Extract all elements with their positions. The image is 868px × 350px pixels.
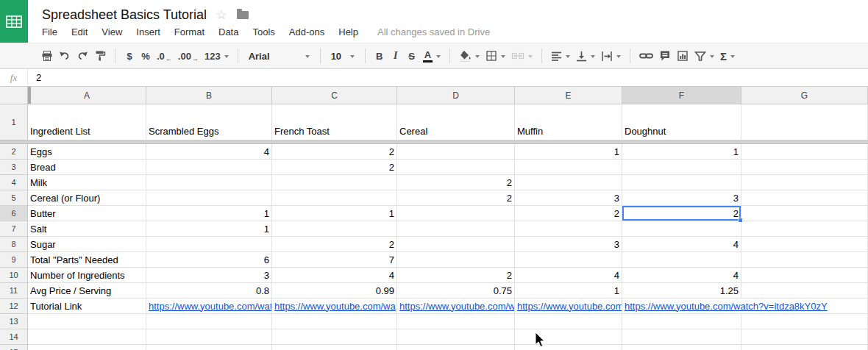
more-formats-button[interactable]: 123: [202, 47, 232, 65]
cell-A14[interactable]: [28, 329, 146, 345]
cell-G2[interactable]: [741, 144, 868, 160]
cell-D13[interactable]: [397, 314, 515, 329]
cell-F15[interactable]: [622, 345, 741, 350]
cell-B6[interactable]: 1: [146, 206, 272, 221]
insert-comment-button[interactable]: [656, 47, 674, 65]
cell-C2[interactable]: 2: [272, 144, 397, 160]
cell-D12[interactable]: https://www.youtube.com/w: [397, 299, 515, 314]
column-header-D[interactable]: D: [397, 87, 515, 104]
cell-E6[interactable]: 2: [515, 206, 622, 221]
cell-B3[interactable]: [146, 160, 272, 175]
column-header-E[interactable]: E: [515, 87, 622, 104]
vertical-align-button[interactable]: [573, 47, 598, 65]
italic-button[interactable]: I: [388, 47, 404, 65]
menu-view[interactable]: View: [102, 26, 122, 38]
paint-format-button[interactable]: [91, 47, 109, 65]
insert-link-button[interactable]: [636, 47, 656, 65]
cell-A4[interactable]: Milk: [28, 175, 146, 190]
borders-button[interactable]: [483, 47, 508, 65]
cell-A7[interactable]: Salt: [28, 221, 146, 237]
cell-E5[interactable]: 3: [515, 190, 622, 206]
cell-D4[interactable]: 2: [397, 175, 515, 190]
undo-button[interactable]: [56, 47, 74, 65]
cell-A8[interactable]: Sugar: [28, 237, 146, 252]
cell-D14[interactable]: [397, 329, 515, 345]
cell-D5[interactable]: 2: [397, 190, 515, 206]
cell-D10[interactable]: 2: [397, 268, 515, 283]
menu-edit[interactable]: Edit: [71, 26, 88, 38]
cell-D9[interactable]: [397, 252, 515, 268]
row-header-13[interactable]: 13: [0, 314, 28, 329]
row-header-1[interactable]: 1: [0, 104, 28, 140]
doc-title[interactable]: Spreadsheet Basics Tutorial: [42, 7, 207, 23]
horizontal-align-button[interactable]: [548, 47, 573, 65]
row-header-9[interactable]: 9: [0, 252, 28, 268]
font-family-button[interactable]: Arial: [244, 47, 314, 65]
format-currency-button[interactable]: $: [121, 47, 138, 65]
cell-A3[interactable]: Bread: [28, 160, 146, 175]
row-header-6[interactable]: 6: [0, 206, 28, 221]
cell-F12[interactable]: https://www.youtube.com/watch?v=itdza8kY…: [622, 299, 741, 314]
cell-C4[interactable]: [272, 175, 397, 190]
cell-D7[interactable]: [397, 221, 515, 237]
cell-D11[interactable]: 0.75: [397, 283, 515, 299]
cell-F7[interactable]: [622, 221, 741, 237]
row-header-2[interactable]: 2: [0, 144, 28, 160]
cell-B15[interactable]: [146, 345, 272, 350]
cell-F14[interactable]: [622, 329, 741, 345]
cell-A2[interactable]: Eggs: [28, 144, 146, 160]
cell-B13[interactable]: [146, 314, 272, 329]
cell-E4[interactable]: [515, 175, 622, 190]
menu-file[interactable]: File: [42, 26, 57, 38]
row-header-10[interactable]: 10: [0, 268, 28, 283]
functions-button[interactable]: Σ: [717, 47, 738, 65]
cell-A1[interactable]: Ingredient List: [28, 104, 146, 140]
cell-E7[interactable]: [515, 221, 622, 237]
cell-D15[interactable]: [397, 345, 515, 350]
cell-B8[interactable]: [146, 237, 272, 252]
cell-G7[interactable]: [741, 221, 868, 237]
cell-F3[interactable]: [622, 160, 741, 175]
row-header-12[interactable]: 12: [0, 299, 28, 314]
cell-E11[interactable]: 1: [515, 283, 622, 299]
decrease-decimal-button[interactable]: .0←: [154, 47, 175, 65]
cell-G3[interactable]: [741, 160, 868, 175]
row-header-4[interactable]: 4: [0, 175, 28, 190]
frozen-column-handle[interactable]: [28, 87, 31, 104]
column-header-C[interactable]: C: [272, 87, 397, 104]
cell-C1[interactable]: French Toast: [272, 104, 397, 140]
cell-C13[interactable]: [272, 314, 397, 329]
row-header-5[interactable]: 5: [0, 190, 28, 206]
row-header-14[interactable]: 14: [0, 329, 28, 345]
cell-G4[interactable]: [741, 175, 868, 190]
cell-B7[interactable]: 1: [146, 221, 272, 237]
format-percent-button[interactable]: %: [138, 47, 154, 65]
print-button[interactable]: [38, 47, 56, 65]
menu-help[interactable]: Help: [338, 26, 358, 38]
filter-button[interactable]: [691, 47, 717, 65]
column-header-A[interactable]: A: [28, 87, 146, 104]
cell-E9[interactable]: [515, 252, 622, 268]
cell-A13[interactable]: [28, 314, 146, 329]
cell-F6[interactable]: 2: [622, 206, 741, 221]
column-header-B[interactable]: B: [146, 87, 272, 104]
cell-A5[interactable]: Cereal (or Flour): [28, 190, 146, 206]
cell-A12[interactable]: Tutorial Link: [28, 299, 146, 314]
cell-F2[interactable]: 1: [622, 144, 741, 160]
menu-add-ons[interactable]: Add-ons: [289, 26, 324, 38]
cell-F5[interactable]: 3: [622, 190, 741, 206]
increase-decimal-button[interactable]: .00→: [175, 47, 202, 65]
cell-G14[interactable]: [741, 329, 868, 345]
cell-C7[interactable]: [272, 221, 397, 237]
cell-G1[interactable]: [741, 104, 868, 140]
menu-tools[interactable]: Tools: [252, 26, 274, 38]
strikethrough-button[interactable]: S: [404, 47, 420, 65]
cell-B12[interactable]: https://www.youtube.com/wat: [146, 299, 272, 314]
formula-input[interactable]: 2: [28, 72, 868, 83]
cell-C3[interactable]: 2: [272, 160, 397, 175]
cell-A10[interactable]: Number of Ingredients: [28, 268, 146, 283]
cell-G13[interactable]: [741, 314, 868, 329]
cell-C8[interactable]: 2: [272, 237, 397, 252]
cell-G10[interactable]: [741, 268, 868, 283]
cell-E2[interactable]: 1: [515, 144, 622, 160]
